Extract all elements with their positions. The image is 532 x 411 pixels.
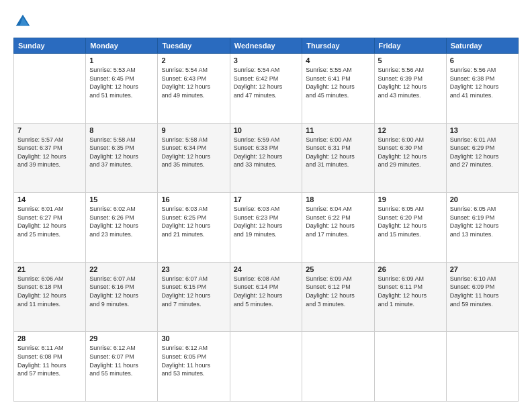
day-number: 28 [17,334,82,342]
day-number: 18 [306,195,370,203]
calendar-header: SundayMondayTuesdayWednesdayThursdayFrid… [14,38,519,54]
day-cell: 19Sunrise: 6:05 AM Sunset: 6:20 PM Dayli… [374,193,446,263]
day-number: 8 [89,126,154,134]
day-info: Sunrise: 6:05 AM Sunset: 6:20 PM Dayligh… [378,205,443,238]
day-number: 25 [306,265,370,273]
day-info: Sunrise: 5:55 AM Sunset: 6:41 PM Dayligh… [306,66,370,99]
week-row-1: 7Sunrise: 5:57 AM Sunset: 6:37 PM Daylig… [14,123,519,193]
calendar-body: 1Sunrise: 5:53 AM Sunset: 6:45 PM Daylig… [14,54,519,402]
day-cell: 24Sunrise: 6:08 AM Sunset: 6:14 PM Dayli… [230,262,302,332]
day-info: Sunrise: 6:12 AM Sunset: 6:05 PM Dayligh… [161,344,226,377]
day-cell: 4Sunrise: 5:55 AM Sunset: 6:41 PM Daylig… [302,54,374,124]
day-cell: 26Sunrise: 6:09 AM Sunset: 6:11 PM Dayli… [374,262,446,332]
day-info: Sunrise: 5:54 AM Sunset: 6:42 PM Dayligh… [234,66,299,99]
day-info: Sunrise: 6:07 AM Sunset: 6:15 PM Dayligh… [161,275,226,308]
col-header-saturday: Saturday [446,38,518,54]
day-cell: 23Sunrise: 6:07 AM Sunset: 6:15 PM Dayli… [158,262,230,332]
day-info: Sunrise: 6:12 AM Sunset: 6:07 PM Dayligh… [89,344,154,377]
day-info: Sunrise: 5:54 AM Sunset: 6:43 PM Dayligh… [161,66,226,99]
day-cell [302,332,374,402]
day-number: 29 [89,334,154,342]
col-header-thursday: Thursday [302,38,374,54]
week-row-4: 28Sunrise: 6:11 AM Sunset: 6:08 PM Dayli… [14,332,519,402]
day-number: 2 [161,56,226,64]
day-cell: 8Sunrise: 5:58 AM Sunset: 6:35 PM Daylig… [86,123,158,193]
day-number: 24 [234,265,299,273]
day-cell: 22Sunrise: 6:07 AM Sunset: 6:16 PM Dayli… [86,262,158,332]
day-cell [14,54,86,124]
day-cell: 5Sunrise: 5:56 AM Sunset: 6:39 PM Daylig… [374,54,446,124]
page: SundayMondayTuesdayWednesdayThursdayFrid… [0,0,532,411]
day-cell: 13Sunrise: 6:01 AM Sunset: 6:29 PM Dayli… [446,123,518,193]
day-info: Sunrise: 6:03 AM Sunset: 6:23 PM Dayligh… [234,205,299,238]
col-header-tuesday: Tuesday [158,38,230,54]
day-info: Sunrise: 6:11 AM Sunset: 6:08 PM Dayligh… [17,344,82,377]
day-number: 23 [161,265,226,273]
day-number: 26 [378,265,443,273]
week-row-3: 21Sunrise: 6:06 AM Sunset: 6:18 PM Dayli… [14,262,519,332]
day-info: Sunrise: 6:01 AM Sunset: 6:27 PM Dayligh… [17,205,82,238]
day-number: 3 [234,56,299,64]
day-number: 9 [161,126,226,134]
day-number: 6 [450,56,515,64]
day-number: 16 [161,195,226,203]
day-info: Sunrise: 6:10 AM Sunset: 6:09 PM Dayligh… [450,275,515,308]
day-info: Sunrise: 6:03 AM Sunset: 6:25 PM Dayligh… [161,205,226,238]
day-cell: 11Sunrise: 6:00 AM Sunset: 6:31 PM Dayli… [302,123,374,193]
day-number: 21 [17,265,82,273]
day-cell: 3Sunrise: 5:54 AM Sunset: 6:42 PM Daylig… [230,54,302,124]
day-cell: 20Sunrise: 6:05 AM Sunset: 6:19 PM Dayli… [446,193,518,263]
day-cell: 9Sunrise: 5:58 AM Sunset: 6:34 PM Daylig… [158,123,230,193]
day-cell: 15Sunrise: 6:02 AM Sunset: 6:26 PM Dayli… [86,193,158,263]
day-cell: 18Sunrise: 6:04 AM Sunset: 6:22 PM Dayli… [302,193,374,263]
day-info: Sunrise: 6:09 AM Sunset: 6:11 PM Dayligh… [378,275,443,308]
day-info: Sunrise: 5:59 AM Sunset: 6:33 PM Dayligh… [234,136,299,169]
day-info: Sunrise: 6:01 AM Sunset: 6:29 PM Dayligh… [450,136,515,169]
col-header-sunday: Sunday [14,38,86,54]
day-number: 14 [17,195,82,203]
col-header-friday: Friday [374,38,446,54]
day-info: Sunrise: 5:53 AM Sunset: 6:45 PM Dayligh… [89,66,154,99]
day-cell: 2Sunrise: 5:54 AM Sunset: 6:43 PM Daylig… [158,54,230,124]
day-info: Sunrise: 6:00 AM Sunset: 6:30 PM Dayligh… [378,136,443,169]
day-cell: 25Sunrise: 6:09 AM Sunset: 6:12 PM Dayli… [302,262,374,332]
day-cell: 30Sunrise: 6:12 AM Sunset: 6:05 PM Dayli… [158,332,230,402]
day-info: Sunrise: 6:05 AM Sunset: 6:19 PM Dayligh… [450,205,515,238]
day-number: 13 [450,126,515,134]
day-info: Sunrise: 6:04 AM Sunset: 6:22 PM Dayligh… [306,205,370,238]
day-number: 11 [306,126,370,134]
day-cell: 16Sunrise: 6:03 AM Sunset: 6:25 PM Dayli… [158,193,230,263]
day-number: 4 [306,56,370,64]
header [13,12,519,31]
day-cell [374,332,446,402]
day-info: Sunrise: 5:56 AM Sunset: 6:38 PM Dayligh… [450,66,515,99]
col-header-wednesday: Wednesday [230,38,302,54]
day-number: 1 [89,56,154,64]
day-number: 5 [378,56,443,64]
day-info: Sunrise: 5:58 AM Sunset: 6:34 PM Dayligh… [161,136,226,169]
logo-icon [13,12,32,31]
day-number: 27 [450,265,515,273]
day-info: Sunrise: 6:02 AM Sunset: 6:26 PM Dayligh… [89,205,154,238]
day-cell: 10Sunrise: 5:59 AM Sunset: 6:33 PM Dayli… [230,123,302,193]
day-cell: 1Sunrise: 5:53 AM Sunset: 6:45 PM Daylig… [86,54,158,124]
day-info: Sunrise: 6:09 AM Sunset: 6:12 PM Dayligh… [306,275,370,308]
day-info: Sunrise: 5:57 AM Sunset: 6:37 PM Dayligh… [17,136,82,169]
day-cell [446,332,518,402]
day-info: Sunrise: 6:08 AM Sunset: 6:14 PM Dayligh… [234,275,299,308]
day-cell: 14Sunrise: 6:01 AM Sunset: 6:27 PM Dayli… [14,193,86,263]
header-row: SundayMondayTuesdayWednesdayThursdayFrid… [14,38,519,54]
day-number: 20 [450,195,515,203]
day-info: Sunrise: 5:58 AM Sunset: 6:35 PM Dayligh… [89,136,154,169]
day-cell: 27Sunrise: 6:10 AM Sunset: 6:09 PM Dayli… [446,262,518,332]
day-number: 30 [161,334,226,342]
day-cell: 6Sunrise: 5:56 AM Sunset: 6:38 PM Daylig… [446,54,518,124]
day-cell: 17Sunrise: 6:03 AM Sunset: 6:23 PM Dayli… [230,193,302,263]
day-cell: 28Sunrise: 6:11 AM Sunset: 6:08 PM Dayli… [14,332,86,402]
day-info: Sunrise: 5:56 AM Sunset: 6:39 PM Dayligh… [378,66,443,99]
day-number: 7 [17,126,82,134]
calendar: SundayMondayTuesdayWednesdayThursdayFrid… [13,38,519,402]
day-info: Sunrise: 6:06 AM Sunset: 6:18 PM Dayligh… [17,275,82,308]
day-info: Sunrise: 6:00 AM Sunset: 6:31 PM Dayligh… [306,136,370,169]
day-info: Sunrise: 6:07 AM Sunset: 6:16 PM Dayligh… [89,275,154,308]
